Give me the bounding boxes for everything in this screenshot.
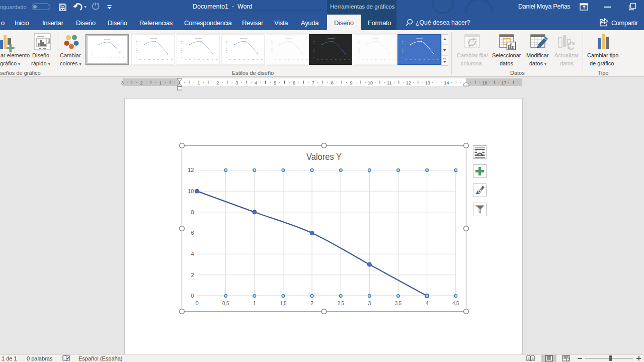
svg-text:0: 0 (195, 300, 198, 306)
svg-text:0: 0 (191, 293, 194, 299)
svg-text:13: 13 (425, 80, 430, 85)
svg-text:6: 6 (191, 230, 194, 236)
svg-text:1: 1 (159, 80, 162, 85)
svg-text:4: 4 (426, 300, 429, 306)
svg-text:5: 5 (274, 80, 276, 85)
svg-text:17: 17 (501, 80, 506, 85)
svg-text:3,5: 3,5 (395, 300, 401, 306)
svg-text:1,5: 1,5 (280, 300, 286, 306)
svg-text:0,5: 0,5 (222, 300, 229, 306)
svg-text:4: 4 (255, 80, 257, 85)
svg-text:3: 3 (235, 80, 238, 85)
svg-text:10: 10 (188, 188, 194, 194)
svg-text:11: 11 (387, 80, 391, 85)
svg-text:10: 10 (368, 80, 373, 85)
svg-text:4,5: 4,5 (452, 300, 459, 306)
svg-text:14: 14 (444, 80, 449, 85)
svg-text:3: 3 (368, 300, 371, 306)
svg-text:9: 9 (350, 80, 353, 85)
svg-text:2: 2 (191, 272, 194, 278)
svg-text:16: 16 (482, 80, 487, 85)
svg-text:3: 3 (121, 80, 124, 85)
svg-text:12: 12 (188, 167, 194, 173)
svg-text:2,5: 2,5 (338, 300, 344, 306)
svg-text:4: 4 (191, 251, 194, 257)
svg-text:1: 1 (253, 300, 256, 306)
svg-text:2: 2 (216, 80, 219, 85)
svg-text:12: 12 (406, 80, 411, 85)
svg-text:8: 8 (331, 80, 334, 85)
svg-text:8: 8 (191, 209, 194, 215)
svg-text:2: 2 (140, 80, 143, 85)
svg-text:Valores Y: Valores Y (306, 151, 342, 162)
svg-text:2: 2 (310, 300, 313, 306)
svg-text:7: 7 (312, 80, 314, 85)
svg-text:6: 6 (293, 80, 295, 85)
svg-text:1: 1 (197, 80, 200, 85)
